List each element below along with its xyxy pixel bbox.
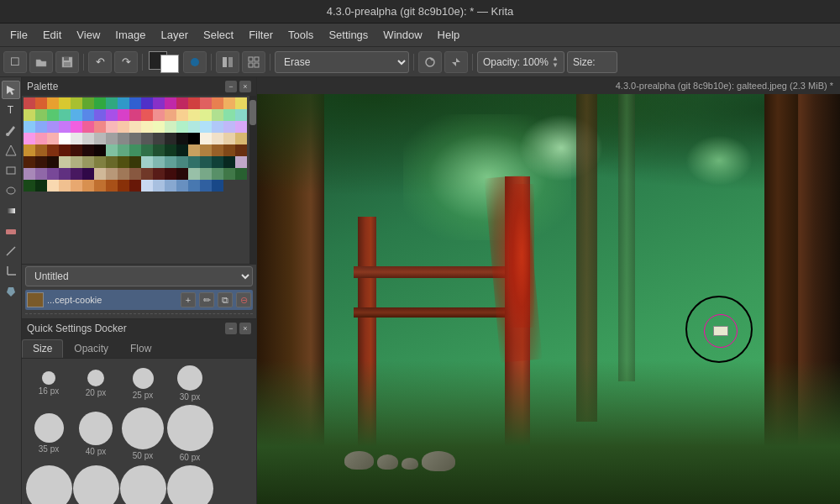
color-cell[interactable] (200, 168, 212, 180)
tool-gradient[interactable] (2, 202, 20, 220)
color-cell[interactable] (223, 133, 235, 144)
color-cell[interactable] (94, 97, 106, 109)
color-cell[interactable] (94, 109, 106, 121)
color-cell[interactable] (212, 133, 223, 144)
opacity-spinner[interactable]: ▲ ▼ (552, 55, 559, 69)
color-cell[interactable] (153, 144, 165, 156)
color-cell[interactable] (188, 180, 200, 192)
color-cell[interactable] (176, 168, 188, 180)
color-cell[interactable] (24, 168, 35, 180)
color-cell[interactable] (200, 133, 212, 144)
color-cell[interactable] (165, 109, 176, 121)
color-cell[interactable] (106, 156, 118, 168)
color-cell[interactable] (153, 109, 165, 121)
color-cell[interactable] (212, 168, 223, 180)
color-cell[interactable] (106, 168, 118, 180)
color-cell[interactable] (141, 109, 153, 121)
color-cell[interactable] (82, 97, 94, 109)
color-cell[interactable] (118, 180, 129, 192)
color-cell[interactable] (35, 97, 47, 109)
brush-preset-item[interactable]: 16 px (27, 371, 71, 396)
canvas-area[interactable]: 4.3.0-prealpha (git 8c9b10e): galteed.jp… (257, 77, 840, 504)
menu-tools[interactable]: Tools (281, 26, 320, 44)
reset-color-button[interactable] (418, 51, 442, 73)
tool-ellipse[interactable] (2, 181, 20, 200)
tab-opacity[interactable]: Opacity (63, 339, 119, 358)
tool-text[interactable]: T (2, 101, 20, 119)
color-cell[interactable] (212, 97, 223, 109)
color-cell[interactable] (153, 121, 165, 133)
color-cell[interactable] (82, 133, 94, 144)
color-cell[interactable] (24, 180, 35, 192)
color-cell[interactable] (118, 97, 129, 109)
color-cell[interactable] (235, 121, 247, 133)
tool-brush[interactable] (2, 121, 20, 139)
color-cell[interactable] (35, 121, 47, 133)
brush-preset-item[interactable]: 20 px (74, 370, 118, 397)
size-control[interactable]: Size: (567, 51, 617, 73)
color-cell[interactable] (212, 144, 223, 156)
color-cell[interactable] (35, 168, 47, 180)
swap-colors-button[interactable] (444, 51, 468, 73)
quick-settings-close-button[interactable]: × (239, 323, 251, 334)
color-cell[interactable] (71, 109, 82, 121)
color-cell[interactable] (235, 133, 247, 144)
color-cell[interactable] (235, 144, 247, 156)
color-cell[interactable] (129, 109, 141, 121)
new-document-button[interactable]: ☐ (3, 51, 27, 73)
color-cell[interactable] (71, 144, 82, 156)
color-cell[interactable] (24, 156, 35, 168)
brush-preset-item[interactable]: 100 px (121, 465, 165, 504)
color-cell[interactable] (24, 133, 35, 144)
menu-help[interactable]: Help (431, 26, 467, 44)
layer-item[interactable]: ...cept-cookie + ✏ ⧉ ⊖ (25, 290, 253, 310)
color-cell[interactable] (59, 109, 71, 121)
color-cell[interactable] (200, 97, 212, 109)
palette-scroll-thumb[interactable] (249, 100, 256, 125)
color-cell[interactable] (176, 180, 188, 192)
color-cell[interactable] (153, 133, 165, 144)
background-color[interactable] (160, 55, 179, 73)
color-cell[interactable] (223, 121, 235, 133)
tab-flow[interactable]: Flow (119, 339, 162, 358)
color-cell[interactable] (200, 121, 212, 133)
open-document-button[interactable] (29, 51, 53, 73)
color-cell[interactable] (188, 133, 200, 144)
color-cell[interactable] (223, 156, 235, 168)
color-cell[interactable] (106, 180, 118, 192)
color-cell[interactable] (94, 180, 106, 192)
color-cell[interactable] (118, 133, 129, 144)
copy-layer-button[interactable]: ⧉ (218, 292, 233, 307)
brush-preset-item[interactable]: 40 px (74, 412, 118, 456)
redo-button[interactable]: ↷ (114, 51, 138, 73)
color-cell[interactable] (35, 180, 47, 192)
menu-select[interactable]: Select (197, 26, 240, 44)
color-cell[interactable] (71, 168, 82, 180)
color-cell[interactable] (176, 97, 188, 109)
grid-button[interactable] (242, 51, 265, 73)
tool-crop[interactable] (2, 262, 20, 281)
delete-layer-button[interactable]: ⊖ (236, 292, 251, 307)
color-cell[interactable] (200, 109, 212, 121)
color-cell[interactable] (82, 144, 94, 156)
color-cell[interactable] (188, 156, 200, 168)
color-cell[interactable] (59, 180, 71, 192)
color-cell[interactable] (200, 180, 212, 192)
color-cell[interactable] (129, 121, 141, 133)
color-cell[interactable] (153, 180, 165, 192)
brush-preview[interactable] (183, 51, 207, 73)
color-cell[interactable] (165, 168, 176, 180)
color-cell[interactable] (129, 168, 141, 180)
color-cell[interactable] (212, 156, 223, 168)
menu-view[interactable]: View (70, 26, 107, 44)
color-cell[interactable] (35, 109, 47, 121)
tool-fill[interactable] (2, 282, 20, 301)
color-cell[interactable] (106, 121, 118, 133)
color-cell[interactable] (24, 121, 35, 133)
color-cell[interactable] (165, 180, 176, 192)
color-cell[interactable] (235, 109, 247, 121)
color-cell[interactable] (153, 168, 165, 180)
color-cell[interactable] (165, 97, 176, 109)
brush-preset-item[interactable]: 25 px (121, 368, 165, 400)
color-cell[interactable] (129, 97, 141, 109)
